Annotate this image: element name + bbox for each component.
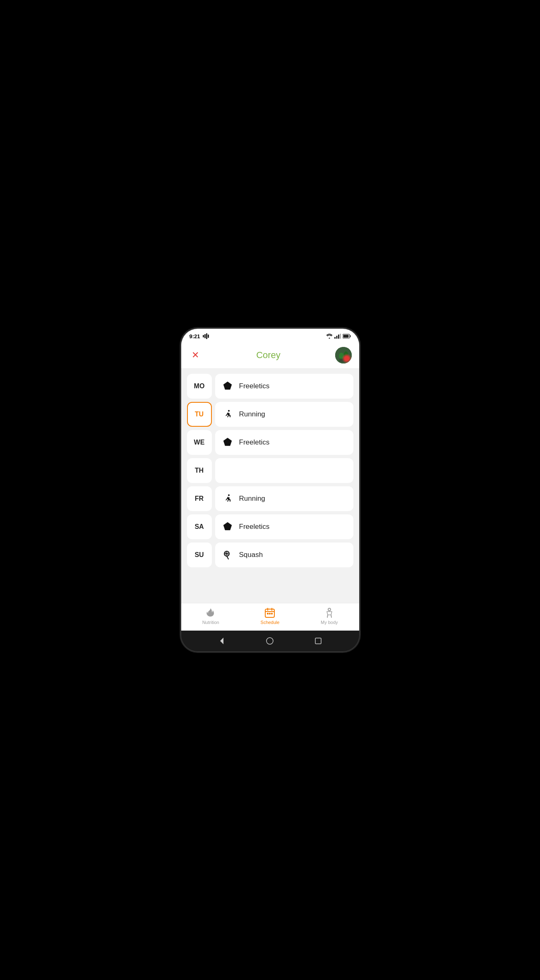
nav-item-schedule[interactable]: Schedule	[240, 607, 300, 625]
day-row-tu: TU Running	[187, 402, 353, 427]
day-row-fr: FR Running	[187, 486, 353, 511]
nav-item-nutrition[interactable]: Nutrition	[181, 607, 240, 625]
day-label-mo[interactable]: MO	[187, 374, 212, 399]
svg-rect-4	[334, 337, 336, 339]
svg-rect-7	[340, 334, 341, 339]
svg-point-12	[339, 353, 344, 359]
svg-point-17	[228, 410, 230, 412]
day-label-sa[interactable]: SA	[187, 514, 212, 539]
app-screen: ✕ Corey	[181, 342, 359, 631]
running-figure-icon-2	[223, 494, 233, 504]
running-icon-fr	[222, 493, 233, 504]
svg-line-36	[327, 615, 328, 617]
avatar[interactable]	[335, 347, 352, 363]
activity-label-su: Squash	[239, 551, 263, 559]
battery-icon	[343, 334, 351, 339]
schedule-label: Schedule	[261, 620, 280, 625]
status-bar: 9:21	[181, 329, 359, 342]
recents-button[interactable]	[314, 636, 323, 645]
schedule-list: MO Freeletics TU	[181, 369, 359, 603]
status-right	[326, 334, 351, 339]
svg-rect-10	[343, 335, 348, 338]
activity-card-fr[interactable]: Running	[215, 486, 353, 511]
sound-icon	[203, 333, 210, 339]
flame-icon	[205, 607, 216, 618]
header-title: Corey	[256, 350, 281, 361]
svg-marker-16	[223, 382, 232, 390]
activity-card-su[interactable]: Squash	[215, 543, 353, 567]
activity-card-we[interactable]: Freeletics	[215, 430, 353, 455]
nav-item-my-body[interactable]: My body	[300, 607, 359, 625]
activity-label-we: Freeletics	[239, 438, 270, 447]
activity-label-fr: Running	[239, 495, 265, 503]
svg-marker-38	[220, 638, 223, 644]
svg-point-11	[335, 347, 352, 363]
svg-point-13	[344, 351, 348, 357]
avatar-svg	[335, 347, 352, 363]
pentagon-icon-2	[223, 437, 232, 447]
back-icon	[218, 637, 226, 645]
body-icon	[324, 607, 335, 618]
status-left: 9:21	[190, 333, 210, 339]
svg-point-35	[328, 608, 331, 611]
day-row-sa: SA Freeletics	[187, 514, 353, 539]
home-icon	[266, 637, 274, 645]
avatar-image	[335, 347, 352, 363]
signal-icon	[334, 334, 341, 339]
wifi-icon	[326, 334, 333, 339]
nutrition-label: Nutrition	[202, 620, 219, 625]
bottom-nav: Nutrition Schedule	[181, 603, 359, 631]
svg-marker-18	[223, 438, 232, 446]
day-row-su: SU Squash	[187, 543, 353, 567]
svg-rect-2	[206, 333, 207, 339]
svg-rect-0	[203, 335, 204, 337]
my-body-label: My body	[321, 620, 338, 625]
svg-line-37	[331, 615, 331, 617]
activity-card-tu[interactable]: Running	[215, 402, 353, 427]
home-button[interactable]	[265, 636, 274, 645]
svg-point-27	[225, 552, 226, 554]
time-display: 9:21	[190, 333, 200, 339]
close-icon: ✕	[192, 351, 199, 360]
day-label-fr[interactable]: FR	[187, 486, 212, 511]
svg-rect-32	[267, 613, 269, 614]
svg-rect-15	[339, 359, 348, 362]
activity-card-mo[interactable]: Freeletics	[215, 374, 353, 399]
svg-rect-5	[336, 336, 337, 339]
calendar-icon	[264, 607, 275, 618]
svg-rect-1	[204, 334, 206, 338]
activity-label-mo: Freeletics	[239, 382, 270, 390]
freeletics-icon-we	[222, 437, 233, 448]
close-button[interactable]: ✕	[189, 349, 202, 362]
running-icon-tu	[222, 409, 233, 420]
my-body-icon	[324, 607, 335, 618]
day-row-mo: MO Freeletics	[187, 374, 353, 399]
freeletics-icon-mo	[222, 380, 233, 392]
header: ✕ Corey	[181, 342, 359, 369]
day-row-th: TH	[187, 458, 353, 483]
squash-icon-su	[222, 549, 233, 561]
schedule-icon	[264, 607, 275, 618]
phone-frame: 9:21	[181, 329, 359, 651]
android-nav-bar	[181, 631, 359, 651]
running-figure-icon	[223, 409, 233, 419]
svg-rect-9	[350, 335, 350, 337]
back-button[interactable]	[217, 636, 226, 645]
activity-card-th[interactable]	[215, 458, 353, 483]
svg-point-39	[266, 638, 273, 644]
day-label-th[interactable]: TH	[187, 458, 212, 483]
svg-line-26	[227, 556, 228, 559]
svg-rect-34	[271, 613, 273, 614]
day-label-tu[interactable]: TU	[187, 402, 212, 427]
svg-point-19	[228, 495, 230, 496]
nutrition-icon	[205, 607, 216, 618]
squash-racket-icon	[223, 550, 233, 560]
pentagon-icon	[223, 381, 232, 391]
svg-rect-3	[208, 335, 209, 338]
svg-rect-33	[269, 613, 271, 614]
activity-label-tu: Running	[239, 410, 265, 418]
day-label-we[interactable]: WE	[187, 430, 212, 455]
activity-card-sa[interactable]: Freeletics	[215, 514, 353, 539]
recents-icon	[314, 637, 322, 645]
day-label-su[interactable]: SU	[187, 543, 212, 567]
